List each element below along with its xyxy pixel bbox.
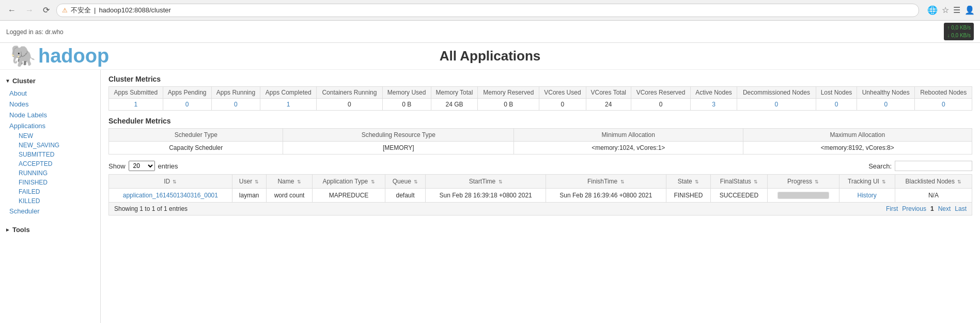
entries-select[interactable]: 20 50 100 bbox=[129, 161, 155, 171]
cell-blacklisted-nodes: N/A bbox=[895, 189, 972, 203]
pagination-previous[interactable]: Previous bbox=[902, 205, 926, 212]
table-controls: Show 20 50 100 entries Search: bbox=[108, 161, 972, 171]
app-submenu: NEW NEW_SAVING SUBMITTED ACCEPTED RUNNIN… bbox=[0, 131, 100, 206]
main-content: Cluster Metrics Apps Submitted Apps Pend… bbox=[101, 70, 980, 323]
sched-val-resource-type: [MEMORY] bbox=[283, 142, 514, 155]
val-vcores-used: 0 bbox=[539, 99, 586, 111]
sidebar-item-scheduler[interactable]: Scheduler bbox=[0, 206, 100, 217]
sched-col-type: Scheduler Type bbox=[109, 129, 283, 142]
cell-final-status: SUCCEEDED bbox=[711, 189, 768, 203]
sched-col-resource-type: Scheduling Resource Type bbox=[283, 129, 514, 142]
sidebar: ▼ Cluster About Nodes Node Labels Applic… bbox=[0, 70, 101, 323]
col-containers-running: Containers Running bbox=[317, 87, 383, 99]
val-active-nodes: 3 bbox=[691, 99, 737, 111]
th-tracking-ui[interactable]: Tracking UI ⇅ bbox=[839, 175, 895, 189]
sched-col-min-alloc: Minimum Allocation bbox=[514, 129, 743, 142]
top-bar: Logged in as: dr.who ↑ 0,0 KB/s ↓ 0,0 KB… bbox=[0, 21, 980, 43]
cluster-metrics-title: Cluster Metrics bbox=[108, 75, 972, 83]
col-apps-pending: Apps Pending bbox=[163, 87, 211, 99]
browser-icons: 🌐 ☆ ☰ 👤 bbox=[927, 5, 975, 15]
address-text: hadoop102:8088/cluster bbox=[99, 6, 171, 14]
pagination-current: 1 bbox=[930, 205, 934, 212]
cell-finish-time: Sun Feb 28 16:39:46 +0800 2021 bbox=[546, 189, 666, 203]
sidebar-item-submitted[interactable]: SUBMITTED bbox=[4, 150, 100, 159]
table-footer: Showing 1 to 1 of 1 entries First Previo… bbox=[108, 203, 972, 216]
cell-id: application_1614501340316_0001 bbox=[109, 189, 232, 203]
cell-app-type: MAPREDUCE bbox=[313, 189, 385, 203]
sidebar-item-killed[interactable]: KILLED bbox=[4, 196, 100, 206]
val-apps-completed: 1 bbox=[260, 99, 317, 111]
pagination-next[interactable]: Next bbox=[938, 205, 951, 212]
security-label: 不安全 bbox=[71, 6, 91, 15]
sidebar-item-new-saving[interactable]: NEW_SAVING bbox=[4, 141, 100, 150]
th-queue[interactable]: Queue ⇅ bbox=[385, 175, 426, 189]
col-memory-used: Memory Used bbox=[382, 87, 431, 99]
security-icon: ⚠ bbox=[62, 7, 68, 14]
sidebar-item-about[interactable]: About bbox=[0, 88, 100, 99]
tools-section[interactable]: ► Tools bbox=[0, 223, 100, 237]
extensions-icon[interactable]: ☰ bbox=[953, 5, 960, 15]
network-widget: ↑ 0,0 KB/s ↓ 0,0 KB/s bbox=[944, 23, 974, 40]
sidebar-item-failed[interactable]: FAILED bbox=[4, 187, 100, 196]
sidebar-item-node-labels[interactable]: Node Labels bbox=[0, 110, 100, 120]
hadoop-logo-text: hadoop bbox=[38, 45, 109, 67]
col-apps-submitted: Apps Submitted bbox=[109, 87, 163, 99]
applications-table: ID ⇅ User ⇅ Name ⇅ Application Type ⇅ Qu… bbox=[108, 174, 972, 203]
cell-tracking-ui: History bbox=[839, 189, 895, 203]
bookmark-icon[interactable]: ☆ bbox=[942, 5, 949, 15]
cluster-section[interactable]: ▼ Cluster bbox=[0, 74, 100, 88]
back-button[interactable]: ← bbox=[5, 5, 19, 16]
col-memory-total: Memory Total bbox=[431, 87, 478, 99]
th-progress[interactable]: Progress ⇅ bbox=[767, 175, 839, 189]
th-user[interactable]: User ⇅ bbox=[232, 175, 266, 189]
col-apps-completed: Apps Completed bbox=[260, 87, 317, 99]
pagination-first[interactable]: First bbox=[886, 205, 898, 212]
showing-text: Showing 1 to 1 of 1 entries bbox=[114, 205, 188, 212]
app-layout: ▼ Cluster About Nodes Node Labels Applic… bbox=[0, 70, 980, 323]
val-decommissioned-nodes: 0 bbox=[737, 99, 816, 111]
show-entries: Show 20 50 100 entries bbox=[108, 161, 178, 171]
th-finish-time[interactable]: FinishTime ⇅ bbox=[546, 175, 666, 189]
cell-progress bbox=[767, 189, 839, 203]
cell-user: layman bbox=[232, 189, 266, 203]
sched-val-max-alloc: <memory:8192, vCores:8> bbox=[743, 142, 972, 155]
th-final-status[interactable]: FinalStatus ⇅ bbox=[711, 175, 768, 189]
address-bar[interactable]: ⚠ 不安全 | hadoop102:8088/cluster bbox=[56, 4, 919, 17]
sidebar-item-new[interactable]: NEW bbox=[4, 131, 100, 141]
sched-val-min-alloc: <memory:1024, vCores:1> bbox=[514, 142, 743, 155]
cell-state: FINISHED bbox=[666, 189, 711, 203]
th-id[interactable]: ID ⇅ bbox=[109, 175, 232, 189]
cell-name: word count bbox=[266, 189, 313, 203]
th-app-type[interactable]: Application Type ⇅ bbox=[313, 175, 385, 189]
col-apps-running: Apps Running bbox=[211, 87, 260, 99]
th-name[interactable]: Name ⇅ bbox=[266, 175, 313, 189]
tools-arrow: ► bbox=[5, 227, 10, 233]
forward-button[interactable]: → bbox=[23, 5, 36, 16]
th-state[interactable]: State ⇅ bbox=[666, 175, 711, 189]
reload-button[interactable]: ⟳ bbox=[40, 4, 52, 16]
table-row: application_1614501340316_0001 layman wo… bbox=[109, 189, 972, 203]
progress-bar-container bbox=[777, 192, 829, 199]
col-vcores-total: VCores Total bbox=[586, 87, 631, 99]
logged-in-text: Logged in as: dr.who bbox=[6, 28, 64, 36]
app-header: 🐘 hadoop All Applications bbox=[0, 43, 980, 70]
cluster-arrow: ▼ bbox=[5, 78, 10, 84]
sidebar-item-finished[interactable]: FINISHED bbox=[4, 178, 100, 187]
sidebar-item-running[interactable]: RUNNING bbox=[4, 168, 100, 178]
profile-icon[interactable]: 👤 bbox=[965, 5, 975, 15]
pagination-last[interactable]: Last bbox=[955, 205, 967, 212]
col-memory-reserved: Memory Reserved bbox=[478, 87, 539, 99]
th-blacklisted-nodes[interactable]: Blacklisted Nodes ⇅ bbox=[895, 175, 972, 189]
sidebar-item-accepted[interactable]: ACCEPTED bbox=[4, 159, 100, 168]
sidebar-item-nodes[interactable]: Nodes bbox=[0, 99, 100, 110]
sidebar-item-applications[interactable]: Applications bbox=[0, 120, 100, 131]
network-up: ↑ 0,0 KB/s bbox=[947, 24, 971, 32]
app-id-link[interactable]: application_1614501340316_0001 bbox=[123, 192, 218, 199]
tracking-ui-link[interactable]: History bbox=[857, 192, 876, 199]
val-rebooted-nodes: 0 bbox=[915, 99, 972, 111]
search-input[interactable] bbox=[895, 161, 972, 171]
val-memory-total: 24 GB bbox=[431, 99, 478, 111]
val-vcores-total: 24 bbox=[586, 99, 631, 111]
th-start-time[interactable]: StartTime ⇅ bbox=[426, 175, 546, 189]
translate-icon[interactable]: 🌐 bbox=[927, 5, 938, 15]
